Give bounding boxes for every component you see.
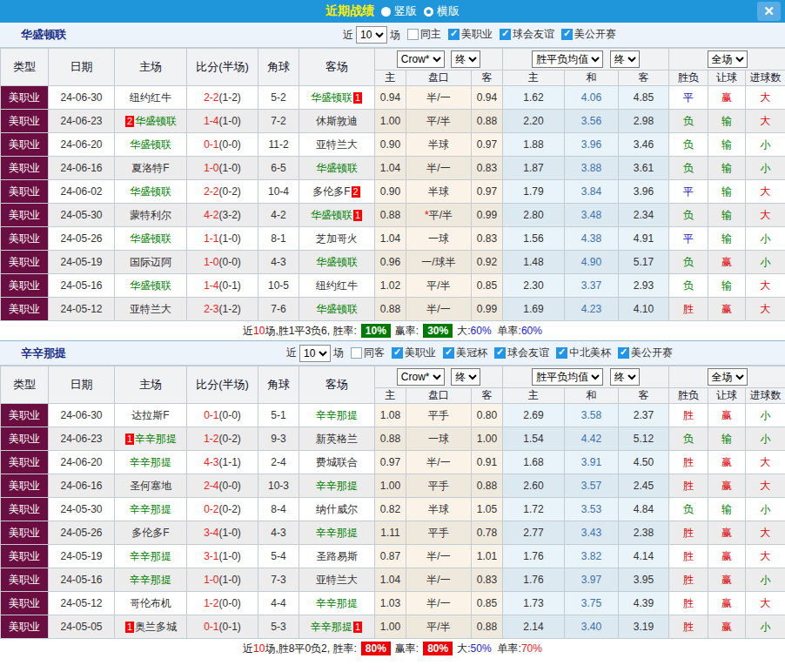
match-type-cell: 美职业 [1,615,49,639]
checkbox-同主[interactable] [407,29,419,40]
filter-checkbox-option[interactable]: 美公开赛 [554,27,616,42]
company-select[interactable]: Crow* [397,368,445,386]
avg-draw-odds-cell: 4.42 [565,427,619,451]
wdl-result-cell: 负 [669,251,708,274]
checkbox-球会友谊[interactable] [494,347,506,359]
corner-cell: 4-2 [258,204,299,227]
match-date-cell: 24-05-12 [49,298,115,321]
filter-controls: 近 10 场 同主美职业球会友谊美公开赛 [174,26,785,44]
company-time-select[interactable]: 终 [451,50,480,68]
handicap-line-value: 半/一 [426,597,450,609]
avg-draw-odds-cell: 3.56 [565,110,619,133]
checkbox-美公开赛[interactable] [618,347,629,359]
corner-cell: 7-3 [258,568,299,592]
filter-checkbox-option[interactable]: 中北美杯 [549,346,611,360]
score-cell: 1-4(1-0) [187,110,258,133]
avg-home-odds-cell: 2.80 [503,204,565,227]
checkbox-球会友谊[interactable] [500,29,511,40]
half-time-score: (1-0) [219,527,241,539]
filter-checkbox-option[interactable]: 美冠杯 [436,346,487,360]
filter-checkbox-option[interactable]: 同客 [344,346,385,360]
checkbox-同客[interactable] [351,347,362,359]
avg-home-odds-cell: 1.87 [503,157,565,180]
company-time-select[interactable]: 终 [451,368,480,386]
handicap-result-cell: 输 [708,204,746,227]
goals-result-cell: 小 [746,133,785,157]
wdl-result-cell: 胜 [669,521,708,545]
avg-draw-odds-cell: 3.82 [565,545,619,568]
match-date-cell: 24-06-20 [49,133,115,157]
wdl-result-cell: 平 [669,227,708,251]
checkbox-美职业[interactable] [448,29,460,40]
wdl-result-cell: 平 [669,180,708,204]
score-cell: 2-2(1-2) [187,86,258,110]
filter-checkbox-option[interactable]: 球会友谊 [487,346,549,360]
goals-result-cell: 小 [746,498,785,521]
handicap-line-cell: 一球 [406,427,472,451]
avg-type-select[interactable]: 胜平负均值 [532,50,603,68]
wdl-result-cell: 负 [669,157,708,180]
col-handicap-away: 客 [472,71,503,86]
avg-home-odds-cell: 1.79 [503,180,565,204]
company-select[interactable]: Crow* [397,50,445,68]
filter-checkbox-option[interactable]: 球会友谊 [493,27,554,42]
handicap-result-cell: 输 [708,110,746,133]
match-count-select[interactable]: 10 [356,26,387,44]
matches-table: 类型 日期 主场 比分(半场) 角球 客场 Crow* 终 胜平负均值 终 [0,366,785,639]
avg-draw-odds-cell: 3.88 [565,157,619,180]
match-count-select[interactable]: 10 [299,345,331,362]
section-filter-bar: 辛辛那提 近 10 场 同客美职业美冠杯球会友谊中北美杯美公开赛 [0,340,785,366]
avg-away-odds-cell: 4.10 [619,298,669,321]
full-time-score: 0-1 [204,409,218,421]
full-time-score: 2-3 [204,303,218,315]
close-button[interactable]: ✕ [757,2,781,21]
match-row: 美职业24-05-16华盛顿联1-4(0-1)10-5纽约红牛1.02平/半0.… [1,274,785,298]
away-team-cell-name: 辛辛那提 [316,409,358,421]
avg-time-select[interactable]: 终 [610,50,640,68]
match-date-cell: 24-05-19 [49,251,115,274]
corner-cell: 5-2 [258,86,299,110]
home-team-cell-name: 辛辛那提 [130,550,171,562]
match-date-cell: 24-06-23 [49,427,115,451]
checkbox-美冠杯[interactable] [443,347,454,359]
score-cell: 0-2(0-2) [187,498,258,521]
scope-select[interactable]: 全场 [708,368,748,386]
handicap-result-cell: 赢 [708,545,746,568]
handicap-home-odds-cell: 0.90 [375,133,406,157]
cover-rate-badge: 30% [423,324,453,338]
filter-checkbox-option[interactable]: 美公开赛 [611,346,673,360]
section-filter-bar: 华盛顿联 近 10 场 同主美职业球会友谊美公开赛 [0,23,785,48]
checkbox-美公开赛[interactable] [561,29,573,40]
col-avg-away: 客 [619,388,669,404]
avg-draw-odds-cell: 3.75 [565,592,619,615]
avg-away-odds-cell: 3.61 [619,157,669,180]
handicap-away-odds-cell: 0.85 [472,274,503,298]
filter-checkbox-option[interactable]: 同主 [400,27,441,42]
avg-away-odds-cell: 5.12 [619,427,669,451]
wdl-result-cell: 胜 [669,451,708,474]
big-label: 大: [457,642,470,656]
match-date-cell: 24-06-16 [49,474,115,498]
col-wdl-result: 胜负 [669,388,708,404]
checkbox-美职业[interactable] [392,347,403,359]
handicap-away-odds-cell: 0.85 [472,592,503,615]
handicap-line-cell: 平手 [406,521,472,545]
red-card-badge: 1 [353,622,362,633]
avg-time-select[interactable]: 终 [610,368,640,386]
filter-checkbox-option[interactable]: 美职业 [441,27,493,42]
filter-checkbox-option[interactable]: 美职业 [385,346,436,360]
col-score: 比分(半场) [187,49,258,86]
full-time-score: 0-2 [204,503,218,515]
goals-result-cell: 大 [746,474,785,498]
goals-result-cell: 小 [746,568,785,592]
avg-type-select[interactable]: 胜平负均值 [532,368,603,386]
home-team-cell: 1奥兰多城 [115,615,187,639]
handicap-odds-group: Crow* 终 [375,49,503,71]
recent-results-panel: 近期战绩 竖版 横版 ✕ 华盛顿联 近 10 场 同主美职业球会友谊美公开赛 [0,0,785,672]
layout-radio-vertical[interactable]: 竖版 [381,3,417,19]
cover-rate-label: 赢率: [395,642,419,656]
checkbox-中北美杯[interactable] [556,347,567,359]
layout-radio-horizontal[interactable]: 横版 [424,3,460,19]
scope-select[interactable]: 全场 [708,50,748,68]
full-time-score: 1-0 [204,574,218,586]
